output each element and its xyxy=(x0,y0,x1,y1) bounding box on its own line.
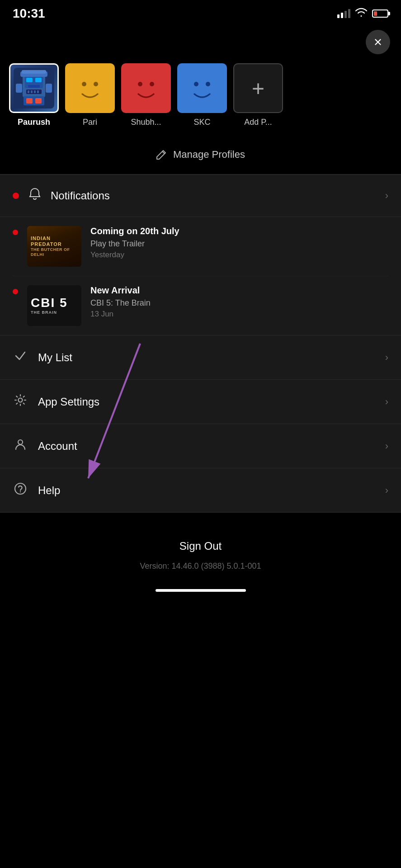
notif-subtitle-1: Play the Trailer xyxy=(90,239,388,249)
svg-rect-6 xyxy=(35,78,42,82)
svg-rect-9 xyxy=(28,90,29,93)
svg-rect-16 xyxy=(46,84,52,93)
svg-rect-15 xyxy=(16,84,22,93)
profile-avatar-shubh xyxy=(121,63,171,113)
close-button[interactable] xyxy=(366,30,390,54)
profile-avatar-add: + xyxy=(233,63,283,113)
ip-title-line3: THE BUTCHER OF DELHI xyxy=(31,247,78,257)
my-list-label: My List xyxy=(38,351,72,364)
svg-point-23 xyxy=(150,82,154,86)
profile-item-shubh[interactable]: Shubh... xyxy=(121,63,171,127)
notification-item-indian-predator[interactable]: INDIAN PREDATOR THE BUTCHER OF DELHI Com… xyxy=(13,217,388,276)
notif-red-dot-1 xyxy=(13,230,18,235)
notif-date-2: 13 Jun xyxy=(90,310,388,319)
svg-rect-5 xyxy=(26,78,33,82)
optimus-prime-icon xyxy=(14,68,54,108)
signal-icon xyxy=(337,9,350,18)
add-profile-icon: + xyxy=(252,76,264,101)
notifications-chevron-icon: › xyxy=(385,190,388,202)
svg-rect-10 xyxy=(31,90,33,93)
svg-rect-12 xyxy=(37,90,39,93)
notifications-label: Notifications xyxy=(51,189,110,202)
svg-point-28 xyxy=(15,483,26,494)
smiley-blue-icon xyxy=(186,72,218,104)
account-chevron-icon: › xyxy=(385,440,388,452)
gear-icon xyxy=(13,393,28,410)
notif-title-1: Coming on 20th July xyxy=(90,226,388,236)
account-label: Account xyxy=(38,440,77,453)
app-settings-label: App Settings xyxy=(38,396,99,408)
bell-icon xyxy=(28,187,42,204)
notif-title-2: New Arrival xyxy=(90,285,388,296)
help-menu-item[interactable]: Help › xyxy=(0,468,401,513)
profile-name-paurush: Paurush xyxy=(18,118,50,127)
wifi-icon xyxy=(355,7,368,20)
svg-point-25 xyxy=(206,82,210,86)
ip-title-line1: INDIAN xyxy=(31,236,78,241)
smiley-red-icon xyxy=(130,72,162,104)
profile-name-shubh: Shubh... xyxy=(131,118,161,127)
svg-point-21 xyxy=(94,82,98,86)
sign-out-button[interactable]: Sign Out xyxy=(179,535,222,557)
cbi5-title: CBI 5 xyxy=(31,297,78,309)
pencil-icon xyxy=(156,149,167,160)
profile-avatar-pari xyxy=(65,63,115,113)
svg-point-29 xyxy=(20,491,21,492)
smiley-yellow-icon xyxy=(74,72,106,104)
profile-item-skc[interactable]: SKC xyxy=(177,63,227,127)
home-indicator xyxy=(0,580,401,605)
notification-items: INDIAN PREDATOR THE BUTCHER OF DELHI Com… xyxy=(0,217,401,335)
indian-predator-thumbnail: INDIAN PREDATOR THE BUTCHER OF DELHI xyxy=(27,226,81,267)
cbi5-thumbnail: CBI 5 THE BRAIN xyxy=(27,285,81,326)
home-bar xyxy=(156,589,246,592)
svg-rect-7 xyxy=(28,85,40,88)
profile-item-add[interactable]: + Add P... xyxy=(233,63,283,127)
app-settings-chevron-icon: › xyxy=(385,396,388,408)
manage-profiles-button[interactable]: Manage Profiles xyxy=(0,136,401,174)
question-icon xyxy=(13,482,28,499)
manage-profiles-label: Manage Profiles xyxy=(173,149,245,160)
svg-rect-18 xyxy=(26,98,33,104)
svg-point-27 xyxy=(18,440,23,444)
help-chevron-icon: › xyxy=(385,485,388,496)
svg-rect-19 xyxy=(35,98,42,104)
app-settings-menu-item[interactable]: App Settings › xyxy=(0,380,401,424)
notif-content-1: Coming on 20th July Play the Trailer Yes… xyxy=(90,226,388,259)
version-text: Version: 14.46.0 (3988) 5.0.1-001 xyxy=(13,561,388,571)
close-icon xyxy=(373,37,383,47)
svg-rect-11 xyxy=(34,90,36,93)
svg-point-22 xyxy=(138,82,142,86)
svg-point-20 xyxy=(82,82,86,86)
status-bar: 10:31 xyxy=(0,0,401,25)
my-list-menu-item[interactable]: My List › xyxy=(0,335,401,380)
notif-date-1: Yesterday xyxy=(90,250,388,259)
profile-name-skc: SKC xyxy=(193,118,210,127)
notifications-left: Notifications xyxy=(13,187,110,204)
profile-avatar-skc xyxy=(177,63,227,113)
ip-title-line2: PREDATOR xyxy=(31,241,78,247)
svg-point-26 xyxy=(19,398,23,402)
profile-avatar-paurush xyxy=(9,63,59,113)
status-time: 10:31 xyxy=(13,6,45,21)
account-menu-item[interactable]: Account › xyxy=(0,424,401,468)
my-list-chevron-icon: › xyxy=(385,352,388,363)
notif-content-2: New Arrival CBI 5: The Brain 13 Jun xyxy=(90,285,388,319)
checkmark-icon xyxy=(13,349,28,366)
person-icon xyxy=(13,438,28,454)
profile-name-add: Add P... xyxy=(244,118,272,127)
status-icons xyxy=(337,7,388,20)
notifications-row[interactable]: Notifications › xyxy=(0,175,401,217)
sign-out-section: Sign Out Version: 14.46.0 (3988) 5.0.1-0… xyxy=(0,513,401,580)
notif-red-dot-2 xyxy=(13,289,18,294)
profile-item-paurush[interactable]: Paurush xyxy=(9,63,59,127)
profile-name-pari: Pari xyxy=(83,118,97,127)
cbi5-subtitle: THE BRAIN xyxy=(31,310,78,315)
close-button-container xyxy=(0,25,401,59)
profile-item-pari[interactable]: Pari xyxy=(65,63,115,127)
notifications-red-dot xyxy=(13,193,19,199)
notification-item-cbi5[interactable]: CBI 5 THE BRAIN New Arrival CBI 5: The B… xyxy=(13,276,388,335)
help-label: Help xyxy=(38,484,60,497)
notif-subtitle-2: CBI 5: The Brain xyxy=(90,298,388,308)
profiles-section: Paurush Pari xyxy=(0,59,401,136)
menu-section: Notifications › INDIAN PREDATOR THE BUTC… xyxy=(0,174,401,513)
